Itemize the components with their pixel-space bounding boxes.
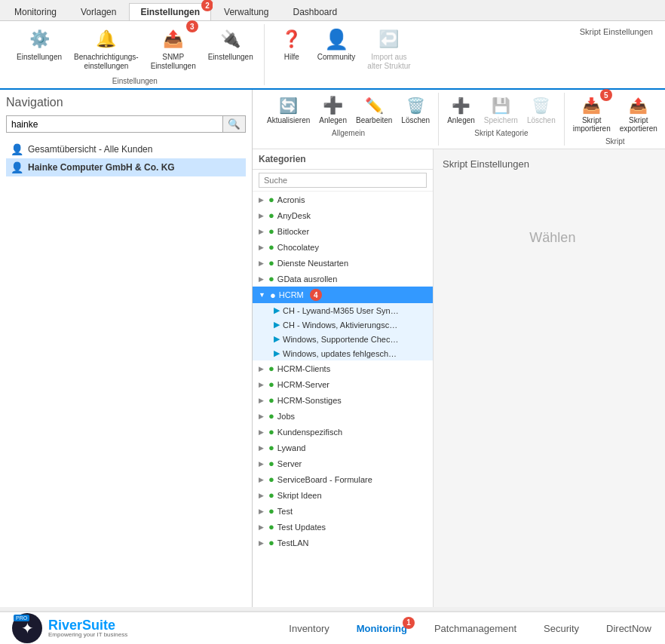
bottom-item-directnow[interactable]: DirectNow <box>605 620 653 637</box>
ribbon-group-misc-items: ❓ Hilfe 👤 Community ↩️ Import ausalter S… <box>274 24 415 74</box>
top-tab-vorlagen[interactable]: Vorlagen <box>69 3 127 20</box>
cat-item-hcrm-windows-akt[interactable]: ▶ CH - Windows, Aktivierungsc… <box>253 317 433 332</box>
cat-label-testlan: TestLAN <box>277 538 309 547</box>
arrow-icon-acronis: ▶ <box>259 196 264 204</box>
top-tab-monitoring[interactable]: Monitoring <box>3 3 68 20</box>
cat-icon-kundenspezifisch: ● <box>268 426 274 437</box>
cat-item-hcrm-lywand[interactable]: ▶ CH - Lywand-M365 User Syn… <box>253 303 433 317</box>
ribbon-group-einstellungen-label: Einstellungen <box>112 77 158 85</box>
hcrm-badge: 4 <box>310 289 322 301</box>
script-group-kategorie-btns: ➕ Anlegen 💾 Speichern 🗑️ Löschen <box>443 93 559 127</box>
snmp-icon: 📤 <box>161 27 185 51</box>
cat-item-hcrm-server[interactable]: ▶ ● HCRM-Server <box>253 376 433 392</box>
arrow-icon-hcrm-sonstiges: ▶ <box>259 397 264 404</box>
import-btn: ↩️ Import ausalter Struktur <box>363 24 415 74</box>
cat-icon-test-updates: ● <box>268 521 274 532</box>
top-tab-dashboard[interactable]: Dashboard <box>281 3 348 20</box>
cat-icon-hcrm-sonstiges: ● <box>268 394 274 406</box>
cat-icon-hcrm-server: ● <box>268 379 274 390</box>
cat-item-kundenspezifisch[interactable]: ▶ ● Kundenspezifisch <box>253 424 433 440</box>
ribbon-group-einstellungen: ⚙️ Einstellungen 🔔 Benachrichtigungs-ein… <box>6 24 265 85</box>
bottom-label-monitoring: Monitoring <box>357 623 407 634</box>
bottom-item-monitoring[interactable]: Monitoring 1 <box>355 620 409 637</box>
monitoring-badge: 1 <box>403 617 415 629</box>
cat-item-testlan[interactable]: ▶ ● TestLAN <box>253 535 433 550</box>
snmp-badge: 3 <box>186 20 198 32</box>
top-tab-verwaltung[interactable]: Verwaltung <box>213 3 280 20</box>
nav-item-hainke[interactable]: 👤 Hainke Computer GmbH & Co. KG <box>6 158 246 176</box>
nav-search-button[interactable]: 🔍 <box>223 115 246 133</box>
bottom-item-inventory[interactable]: Inventory <box>287 620 330 637</box>
delete-allgemein-icon: 🗑️ <box>405 95 426 116</box>
cat-item-hcrm-supportende[interactable]: ▶ Windows, Supportende Chec… <box>253 332 433 346</box>
cat-item-jobs[interactable]: ▶ ● Jobs <box>253 408 433 424</box>
settings-placeholder: Wählen <box>443 230 663 246</box>
top-tabs-bar: MonitoringVorlagenEinstellungen2Verwaltu… <box>0 0 665 21</box>
refresh-icon: 🔄 <box>278 95 299 116</box>
speichern-btn: 💾 Speichern <box>480 93 522 127</box>
bottom-bar: ✦ PRO RiverSuite Empowering your IT busi… <box>0 611 665 644</box>
cat-icon-chocolatey: ● <box>268 241 274 253</box>
cat-item-gdata[interactable]: ▶ ● GData ausrollen <box>253 271 433 287</box>
anlegen-skript-btn[interactable]: ➕ Anlegen <box>443 93 479 127</box>
categories-search-input[interactable] <box>259 173 427 188</box>
skript-importieren-btn[interactable]: 📥 Skriptimportieren 5 <box>569 93 614 135</box>
cat-icon-jobs: ● <box>268 410 274 422</box>
logo-river-suite: RiverSuite <box>48 618 127 632</box>
help-btn[interactable]: ❓ Hilfe <box>274 24 310 65</box>
cat-item-test[interactable]: ▶ ● Test <box>253 503 433 519</box>
loeschen-allgemein-btn[interactable]: 🗑️ Löschen <box>397 93 434 127</box>
cat-item-dienste[interactable]: ▶ ● Dienste Neustarten <box>253 255 433 271</box>
arrow-icon-skript-ideen: ▶ <box>259 492 264 499</box>
ribbon-group-items: ⚙️ Einstellungen 🔔 Benachrichtigungs-ein… <box>12 24 258 74</box>
cat-item-acronis[interactable]: ▶ ● Acronis <box>253 192 433 207</box>
nav-item-gesamtuebersicht[interactable]: 👤 Gesamtübersicht - Alle Kunden <box>6 140 246 158</box>
einstellungen-btn[interactable]: ⚙️ Einstellungen <box>12 24 66 65</box>
main-area: Navigation 🔍 👤 Gesamtübersicht - Alle Ku… <box>0 90 665 607</box>
bottom-item-security[interactable]: Security <box>542 620 581 637</box>
left-nav: Navigation 🔍 👤 Gesamtübersicht - Alle Ku… <box>0 90 253 607</box>
nav-search-container: 🔍 <box>6 115 246 133</box>
cat-item-skript-ideen[interactable]: ▶ ● Skript Ideen <box>253 487 433 503</box>
script-group-skript-label: Skript <box>569 137 661 146</box>
bell-icon: 🔔 <box>94 27 118 51</box>
skript-exportieren-btn[interactable]: 📤 Skriptexportieren <box>616 93 661 135</box>
extra-settings-btn[interactable]: 🔌 Einstellungen <box>204 24 258 65</box>
skript-exportieren-label: Skriptexportieren <box>620 116 657 133</box>
cat-item-bitlocker[interactable]: ▶ ● Bitlocker <box>253 223 433 239</box>
bearbeiten-btn[interactable]: ✏️ Bearbeiten <box>352 93 396 127</box>
cat-label-hcrm: HCRM <box>279 290 304 299</box>
cat-item-test-updates[interactable]: ▶ ● Test Updates <box>253 519 433 535</box>
cat-item-serviceboard[interactable]: ▶ ● ServiceBoard - Formulare <box>253 471 433 487</box>
arrow-icon-hcrm-server: ▶ <box>259 381 264 388</box>
cat-label-hcrm-supportende: Windows, Supportende Chec… <box>283 335 398 344</box>
community-btn[interactable]: 👤 Community <box>313 24 360 65</box>
cat-item-hcrm-clients[interactable]: ▶ ● HCRM-Clients <box>253 360 433 376</box>
anlegen-allgemein-btn[interactable]: ➕ Anlegen <box>315 93 351 127</box>
bottom-label-inventory: Inventory <box>289 623 329 634</box>
cat-item-anydesk[interactable]: ▶ ● AnyDesk <box>253 207 433 223</box>
cat-item-hcrm-updates[interactable]: ▶ Windows, updates fehlgesch… <box>253 346 433 360</box>
cat-item-server[interactable]: ▶ ● Server <box>253 455 433 471</box>
logo-icon: ✦ <box>21 619 34 637</box>
cat-item-chocolatey[interactable]: ▶ ● Chocolatey <box>253 239 433 255</box>
snmp-btn[interactable]: 📤 SNMPEinstellungen 3 <box>146 24 201 74</box>
cat-item-lywand[interactable]: ▶ ● Lywand <box>253 440 433 455</box>
ribbon-group-misc: ❓ Hilfe 👤 Community ↩️ Import ausalter S… <box>268 24 421 74</box>
top-tab-einstellungen[interactable]: Einstellungen2 <box>129 3 211 20</box>
notifications-btn[interactable]: 🔔 Benachrichtigungs-einstellungen <box>69 24 143 74</box>
logo-suite-text: Suite <box>82 618 115 633</box>
logo-text-container: RiverSuite Empowering your IT business <box>48 618 127 638</box>
save-icon: 💾 <box>490 95 511 116</box>
refresh-btn[interactable]: 🔄 Aktualisieren <box>263 93 314 127</box>
bottom-item-patchmanagement[interactable]: Patchmanagement <box>433 620 518 637</box>
skript-import-badge: 5 <box>600 89 612 101</box>
cat-item-hcrm-sonstiges[interactable]: ▶ ● HCRM-Sonstiges <box>253 392 433 408</box>
cat-label-test: Test <box>277 507 293 516</box>
nav-item-hainke-label: Hainke Computer GmbH & Co. KG <box>28 162 175 173</box>
nav-search-input[interactable] <box>6 115 223 133</box>
script-ribbon-groups: 🔄 Aktualisieren ➕ Anlegen ✏️ Bearbeiten <box>259 93 665 146</box>
cat-icon-hcrm: ● <box>270 290 276 301</box>
cat-item-hcrm[interactable]: ▼ ● HCRM 4 <box>253 287 433 303</box>
cat-icon-anydesk: ● <box>268 210 274 221</box>
